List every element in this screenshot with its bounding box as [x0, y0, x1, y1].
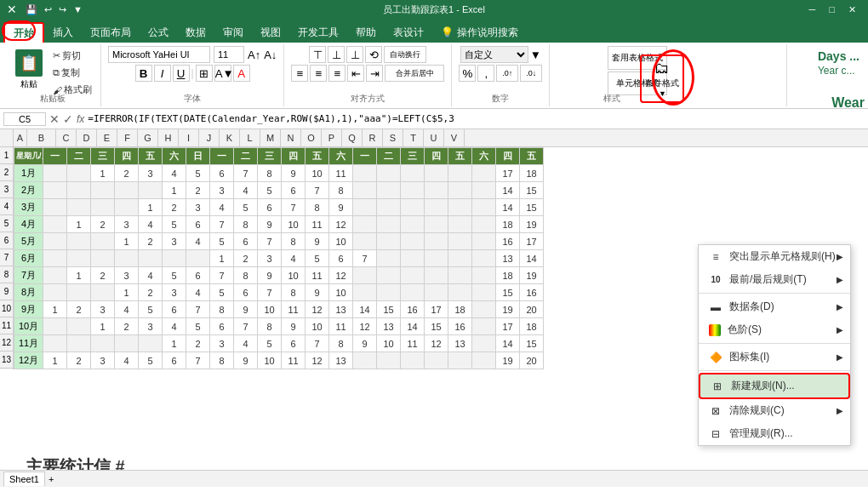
day-header-5[interactable]: 五 — [139, 148, 163, 165]
menu-item-top-bottom-rules[interactable]: 10 最前/最后规则(T) — [699, 268, 850, 291]
m1d12[interactable]: 11 — [329, 165, 353, 182]
menu-item-new-rule[interactable]: ⊞ 新建规则(N)... — [699, 373, 850, 399]
col-header-R[interactable]: R — [363, 129, 383, 146]
day-header-1[interactable]: 一 — [43, 148, 67, 165]
day-header-2[interactable]: 二 — [67, 148, 91, 165]
percent-btn[interactable]: % — [459, 65, 476, 82]
col-header-J[interactable]: J — [199, 129, 220, 146]
month-10[interactable]: 10月 — [14, 318, 43, 335]
m1d10[interactable]: 9 — [282, 165, 306, 182]
maximize-btn[interactable]: □ — [824, 4, 840, 14]
month-5[interactable]: 5月 — [14, 233, 43, 250]
font-decrease-btn[interactable]: A↓ — [264, 49, 277, 61]
col-u-header[interactable]: 四 — [496, 148, 520, 165]
row-header-3[interactable]: 3 — [0, 181, 13, 198]
month-2[interactable]: 2月 — [14, 182, 43, 199]
tab-formula[interactable]: 公式 — [140, 22, 177, 43]
col-header-G[interactable]: G — [138, 129, 158, 146]
m1d3[interactable]: 2 — [115, 165, 139, 182]
conditional-format-button[interactable]: 🗂 条件格式 ▼ — [640, 54, 684, 103]
italic-button[interactable]: I — [154, 65, 171, 82]
day-header-3[interactable]: 三 — [91, 148, 115, 165]
font-increase-btn[interactable]: A↑ — [248, 49, 260, 61]
day-header-8[interactable]: 一 — [210, 148, 234, 165]
number-format-select[interactable]: 自定义 — [460, 46, 528, 63]
m1d8[interactable]: 7 — [234, 165, 258, 182]
menu-item-icon-set[interactable]: 🔶 图标集(I) — [699, 346, 850, 369]
quick-undo[interactable]: ↩ — [44, 4, 52, 15]
month-8[interactable]: 8月 — [14, 284, 43, 301]
copy-button[interactable]: ⧉ 复制 — [49, 65, 95, 81]
border-button[interactable]: ⊞ — [196, 65, 213, 82]
day-header-11[interactable]: 四 — [282, 148, 306, 165]
quick-save[interactable]: 💾 — [26, 4, 37, 15]
tab-developer[interactable]: 开发工具 — [289, 22, 347, 43]
m1d13[interactable] — [353, 165, 377, 182]
align-top-btn[interactable]: ⊤ — [309, 46, 326, 63]
increase-indent-btn[interactable]: ⇥ — [366, 65, 383, 82]
m1d9[interactable]: 8 — [258, 165, 282, 182]
col-header-S[interactable]: S — [383, 129, 403, 146]
quick-customize[interactable]: ▼ — [73, 4, 83, 14]
add-sheet-btn[interactable]: + — [47, 472, 55, 486]
day-header-9[interactable]: 二 — [234, 148, 258, 165]
col-header-L[interactable]: L — [240, 129, 260, 146]
day-header-12[interactable]: 五 — [306, 148, 329, 165]
cut-button[interactable]: ✂ 剪切 — [49, 48, 95, 64]
menu-item-highlight-rules[interactable]: ≡ 突出显示单元格规则(H) — [699, 245, 850, 268]
tab-help[interactable]: 帮助 — [347, 22, 385, 43]
m1d18[interactable] — [472, 165, 496, 182]
row-header-8[interactable]: 8 — [0, 266, 13, 283]
row-header-2[interactable]: 2 — [0, 164, 13, 181]
day-extra-1[interactable]: 一 — [353, 148, 377, 165]
paste-button[interactable]: 📋 粘贴 — [10, 46, 48, 94]
day-header-7[interactable]: 日 — [186, 148, 210, 165]
menu-item-data-bars[interactable]: ▬ 数据条(D) — [699, 295, 850, 318]
col-header-D[interactable]: D — [77, 129, 97, 146]
angle-text-btn[interactable]: ⟲ — [365, 46, 382, 63]
tab-table-design[interactable]: 表设计 — [385, 22, 432, 43]
row-header-12[interactable]: 12 — [0, 334, 13, 352]
month-12[interactable]: 12月 — [14, 352, 43, 369]
m1d7[interactable]: 6 — [210, 165, 234, 182]
decrease-indent-btn[interactable]: ⇤ — [347, 65, 364, 82]
month-3[interactable]: 3月 — [14, 199, 43, 216]
tab-start[interactable]: 开始 — [3, 22, 44, 43]
month-7[interactable]: 7月 — [14, 267, 43, 284]
tab-view[interactable]: 视图 — [252, 22, 289, 43]
row-header-1[interactable]: 1 — [0, 147, 13, 164]
m1d2[interactable]: 1 — [91, 165, 115, 182]
col-header-A[interactable]: A — [14, 129, 27, 146]
day-header-13[interactable]: 六 — [329, 148, 353, 165]
col-v-header[interactable]: 五 — [520, 148, 544, 165]
col-header-C[interactable]: C — [56, 129, 77, 146]
close-btn[interactable]: ✕ — [843, 4, 861, 15]
month-9[interactable]: 9月 — [14, 301, 43, 318]
menu-item-manage-rules[interactable]: ⊟ 管理规则(R)... — [699, 422, 850, 445]
month-4[interactable]: 4月 — [14, 216, 43, 233]
col-header-U[interactable]: U — [424, 129, 444, 146]
col-header-I[interactable]: I — [179, 129, 199, 146]
m1d4[interactable]: 3 — [139, 165, 163, 182]
col-header-H[interactable]: H — [158, 129, 179, 146]
day-header-10[interactable]: 三 — [258, 148, 282, 165]
day-header-6[interactable]: 六 — [163, 148, 186, 165]
m1d6[interactable]: 5 — [186, 165, 210, 182]
m1-right-1[interactable]: 17 — [496, 165, 520, 182]
day-extra-2[interactable]: 二 — [377, 148, 401, 165]
col-header-F[interactable]: F — [117, 129, 138, 146]
month-6[interactable]: 6月 — [14, 250, 43, 267]
tab-search[interactable]: 💡 操作说明搜索 — [432, 22, 527, 43]
sheet-tab-1[interactable]: Sheet1 — [3, 472, 45, 486]
wrap-text-btn[interactable]: 自动换行 — [384, 46, 426, 63]
align-center-btn[interactable]: ≡ — [310, 65, 327, 82]
number-format-expand[interactable]: ▼ — [530, 49, 541, 61]
col-header-V[interactable]: V — [444, 129, 465, 146]
align-left-btn[interactable]: ≡ — [291, 65, 308, 82]
minimize-btn[interactable]: ─ — [804, 4, 821, 14]
col-header-E[interactable]: E — [97, 129, 117, 146]
bold-button[interactable]: B — [135, 65, 152, 82]
decrease-decimal-btn[interactable]: .0↓ — [520, 65, 542, 82]
row-header-13[interactable]: 13 — [0, 352, 13, 369]
day-extra-5[interactable]: 五 — [448, 148, 472, 165]
